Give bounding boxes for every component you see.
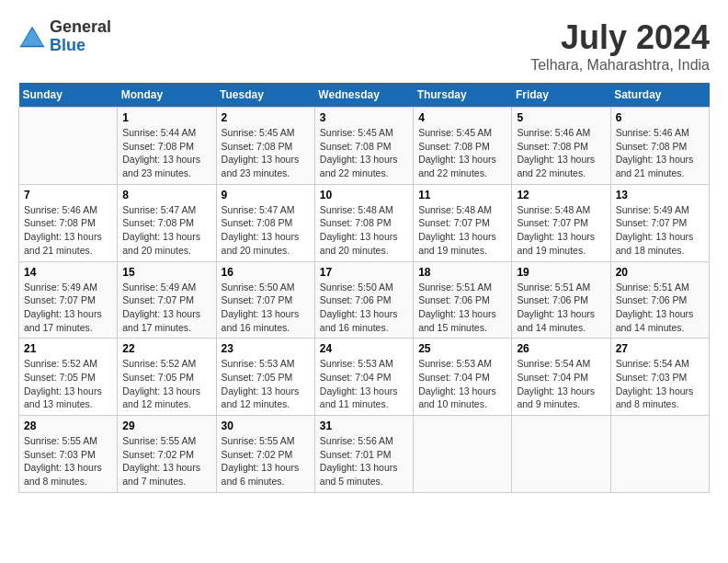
cell-content: Sunrise: 5:55 AMSunset: 7:02 PMDaylight:… — [122, 434, 210, 488]
day-number: 29 — [122, 419, 210, 432]
cell-content: Sunrise: 5:55 AMSunset: 7:03 PMDaylight:… — [24, 434, 112, 488]
header-day-monday: Monday — [118, 83, 216, 108]
cell-content: Sunrise: 5:45 AMSunset: 7:08 PMDaylight:… — [418, 126, 506, 180]
calendar-cell: 21Sunrise: 5:52 AMSunset: 7:05 PMDayligh… — [19, 339, 118, 416]
calendar-cell — [610, 416, 709, 493]
cell-content: Sunrise: 5:52 AMSunset: 7:05 PMDaylight:… — [24, 357, 112, 411]
main-title: July 2024 — [530, 18, 710, 57]
logo-general: General — [50, 18, 111, 37]
cell-content: Sunrise: 5:53 AMSunset: 7:04 PMDaylight:… — [320, 357, 408, 411]
calendar-cell: 22Sunrise: 5:52 AMSunset: 7:05 PMDayligh… — [118, 339, 216, 416]
cell-content: Sunrise: 5:48 AMSunset: 7:07 PMDaylight:… — [517, 203, 605, 258]
day-number: 20 — [616, 266, 704, 279]
calendar-cell: 1Sunrise: 5:44 AMSunset: 7:08 PMDaylight… — [118, 108, 216, 185]
calendar-cell: 28Sunrise: 5:55 AMSunset: 7:03 PMDayligh… — [19, 416, 118, 493]
cell-content: Sunrise: 5:45 AMSunset: 7:08 PMDaylight:… — [320, 126, 408, 180]
header-day-saturday: Saturday — [610, 83, 709, 108]
day-number: 17 — [320, 266, 408, 279]
day-number: 6 — [616, 111, 704, 124]
cell-content: Sunrise: 5:54 AMSunset: 7:03 PMDaylight:… — [616, 357, 704, 411]
calendar-cell: 11Sunrise: 5:48 AMSunset: 7:07 PMDayligh… — [414, 184, 512, 261]
title-section: July 2024 Telhara, Maharashtra, India — [530, 18, 710, 74]
cell-content: Sunrise: 5:53 AMSunset: 7:04 PMDaylight:… — [418, 357, 506, 411]
calendar-cell: 30Sunrise: 5:55 AMSunset: 7:02 PMDayligh… — [216, 416, 314, 493]
cell-content: Sunrise: 5:46 AMSunset: 7:08 PMDaylight:… — [24, 203, 112, 258]
calendar-cell: 9Sunrise: 5:47 AMSunset: 7:08 PMDaylight… — [216, 184, 314, 261]
calendar-cell: 8Sunrise: 5:47 AMSunset: 7:08 PMDaylight… — [118, 184, 216, 261]
calendar-cell: 15Sunrise: 5:49 AMSunset: 7:07 PMDayligh… — [118, 261, 216, 339]
cell-content: Sunrise: 5:44 AMSunset: 7:08 PMDaylight:… — [122, 126, 210, 180]
day-number: 25 — [418, 342, 506, 355]
calendar-cell: 26Sunrise: 5:54 AMSunset: 7:04 PMDayligh… — [512, 339, 610, 416]
cell-content: Sunrise: 5:55 AMSunset: 7:02 PMDaylight:… — [222, 434, 310, 488]
day-number: 21 — [24, 342, 112, 355]
calendar-week-row: 28Sunrise: 5:55 AMSunset: 7:03 PMDayligh… — [19, 416, 710, 493]
day-number: 28 — [24, 419, 112, 432]
cell-content: Sunrise: 5:49 AMSunset: 7:07 PMDaylight:… — [616, 203, 704, 258]
day-number: 8 — [122, 189, 210, 201]
logo: General Blue — [18, 18, 111, 55]
day-number: 22 — [122, 342, 210, 355]
logo-blue: Blue — [50, 37, 111, 55]
calendar-header-row: SundayMondayTuesdayWednesdayThursdayFrid… — [19, 83, 710, 108]
header-day-wednesday: Wednesday — [314, 83, 413, 108]
calendar-cell: 20Sunrise: 5:51 AMSunset: 7:06 PMDayligh… — [610, 261, 709, 339]
cell-content: Sunrise: 5:45 AMSunset: 7:08 PMDaylight:… — [222, 126, 310, 180]
svg-marker-1 — [21, 29, 43, 46]
cell-content: Sunrise: 5:51 AMSunset: 7:06 PMDaylight:… — [418, 281, 506, 335]
calendar-cell: 19Sunrise: 5:51 AMSunset: 7:06 PMDayligh… — [512, 261, 610, 339]
cell-content: Sunrise: 5:54 AMSunset: 7:04 PMDaylight:… — [517, 357, 605, 411]
day-number: 9 — [222, 189, 310, 201]
cell-content: Sunrise: 5:46 AMSunset: 7:08 PMDaylight:… — [517, 126, 605, 180]
logo-icon — [18, 23, 46, 51]
day-number: 3 — [320, 111, 408, 124]
calendar-week-row: 7Sunrise: 5:46 AMSunset: 7:08 PMDaylight… — [19, 184, 710, 261]
calendar-week-row: 21Sunrise: 5:52 AMSunset: 7:05 PMDayligh… — [19, 339, 710, 416]
cell-content: Sunrise: 5:48 AMSunset: 7:07 PMDaylight:… — [418, 203, 506, 258]
day-number: 30 — [222, 419, 310, 432]
cell-content: Sunrise: 5:50 AMSunset: 7:06 PMDaylight:… — [320, 281, 408, 335]
calendar-week-row: 1Sunrise: 5:44 AMSunset: 7:08 PMDaylight… — [19, 108, 710, 185]
cell-content: Sunrise: 5:47 AMSunset: 7:08 PMDaylight:… — [222, 203, 310, 258]
day-number: 31 — [320, 419, 408, 432]
calendar-cell: 2Sunrise: 5:45 AMSunset: 7:08 PMDaylight… — [216, 108, 314, 185]
day-number: 11 — [418, 189, 506, 201]
calendar-cell: 13Sunrise: 5:49 AMSunset: 7:07 PMDayligh… — [610, 184, 709, 261]
cell-content: Sunrise: 5:47 AMSunset: 7:08 PMDaylight:… — [122, 203, 210, 258]
calendar-cell: 16Sunrise: 5:50 AMSunset: 7:07 PMDayligh… — [216, 261, 314, 339]
day-number: 26 — [517, 342, 605, 355]
calendar-cell: 14Sunrise: 5:49 AMSunset: 7:07 PMDayligh… — [19, 261, 118, 339]
calendar-cell: 27Sunrise: 5:54 AMSunset: 7:03 PMDayligh… — [610, 339, 709, 416]
calendar-cell: 12Sunrise: 5:48 AMSunset: 7:07 PMDayligh… — [512, 184, 610, 261]
day-number: 18 — [418, 266, 506, 279]
calendar-cell — [414, 416, 512, 493]
day-number: 23 — [222, 342, 310, 355]
cell-content: Sunrise: 5:53 AMSunset: 7:05 PMDaylight:… — [222, 357, 310, 411]
cell-content: Sunrise: 5:56 AMSunset: 7:01 PMDaylight:… — [320, 434, 408, 488]
calendar-cell: 5Sunrise: 5:46 AMSunset: 7:08 PMDaylight… — [512, 108, 610, 185]
calendar-cell — [19, 108, 118, 185]
cell-content: Sunrise: 5:49 AMSunset: 7:07 PMDaylight:… — [122, 281, 210, 335]
cell-content: Sunrise: 5:49 AMSunset: 7:07 PMDaylight:… — [24, 281, 112, 335]
day-number: 1 — [122, 111, 210, 124]
sub-title: Telhara, Maharashtra, India — [530, 57, 710, 74]
calendar-cell: 18Sunrise: 5:51 AMSunset: 7:06 PMDayligh… — [414, 261, 512, 339]
calendar-week-row: 14Sunrise: 5:49 AMSunset: 7:07 PMDayligh… — [19, 261, 710, 339]
cell-content: Sunrise: 5:51 AMSunset: 7:06 PMDaylight:… — [517, 281, 605, 335]
header-day-thursday: Thursday — [414, 83, 512, 108]
day-number: 19 — [517, 266, 605, 279]
day-number: 12 — [517, 189, 605, 201]
day-number: 24 — [320, 342, 408, 355]
calendar-cell: 3Sunrise: 5:45 AMSunset: 7:08 PMDaylight… — [314, 108, 413, 185]
header-day-tuesday: Tuesday — [216, 83, 314, 108]
calendar-cell: 24Sunrise: 5:53 AMSunset: 7:04 PMDayligh… — [314, 339, 413, 416]
calendar-cell: 31Sunrise: 5:56 AMSunset: 7:01 PMDayligh… — [314, 416, 413, 493]
calendar-cell: 7Sunrise: 5:46 AMSunset: 7:08 PMDaylight… — [19, 184, 118, 261]
calendar-cell — [512, 416, 610, 493]
cell-content: Sunrise: 5:46 AMSunset: 7:08 PMDaylight:… — [616, 126, 704, 180]
day-number: 10 — [320, 189, 408, 201]
calendar-table: SundayMondayTuesdayWednesdayThursdayFrid… — [18, 83, 710, 493]
day-number: 15 — [122, 266, 210, 279]
calendar-cell: 25Sunrise: 5:53 AMSunset: 7:04 PMDayligh… — [414, 339, 512, 416]
day-number: 16 — [222, 266, 310, 279]
